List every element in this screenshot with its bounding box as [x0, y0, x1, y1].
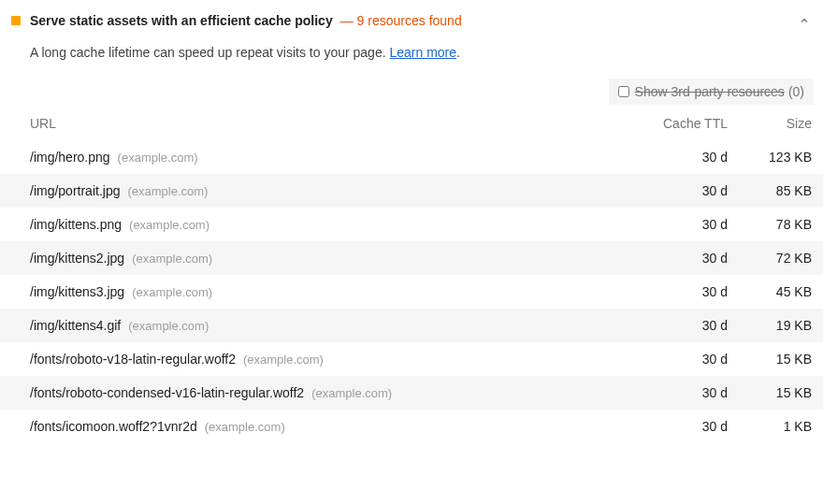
table-header: URL Cache TTL Size: [0, 107, 823, 140]
toggle-row: Show 3rd-party resources (0): [0, 75, 823, 107]
resource-size: 15 KB: [728, 385, 812, 400]
audit-title: Serve static assets with an efficient ca…: [30, 13, 333, 28]
resource-size: 19 KB: [728, 318, 812, 333]
resource-domain: (example.com): [118, 151, 198, 165]
table-body: /img/hero.png(example.com)30 d123 KB/img…: [0, 140, 823, 443]
resource-path: /img/kittens3.jpg: [30, 284, 124, 299]
table-row: /fonts/icomoon.woff2?1vnr2d(example.com)…: [0, 410, 823, 443]
third-party-toggle[interactable]: Show 3rd-party resources (0): [609, 79, 814, 105]
resource-url: /fonts/icomoon.woff2?1vnr2d(example.com): [30, 419, 625, 434]
resource-path: /img/portrait.jpg: [30, 183, 120, 198]
resource-url: /fonts/roboto-condensed-v16-latin-regula…: [30, 385, 625, 400]
resource-size: 78 KB: [728, 217, 812, 232]
resource-size: 123 KB: [728, 150, 812, 165]
resource-size: 1 KB: [728, 419, 812, 434]
resource-domain: (example.com): [205, 420, 285, 434]
table-row: /img/kittens.png(example.com)30 d78 KB: [0, 208, 823, 241]
audit-description: A long cache lifetime can speed up repea…: [0, 37, 823, 75]
resource-ttl: 30 d: [625, 385, 728, 400]
resource-path: /fonts/roboto-condensed-v16-latin-regula…: [30, 385, 304, 400]
table-row: /fonts/roboto-v18-latin-regular.woff2(ex…: [0, 342, 823, 376]
resource-url: /img/kittens.png(example.com): [30, 217, 625, 232]
resource-url: /img/kittens3.jpg(example.com): [30, 284, 625, 299]
description-suffix: .: [456, 45, 460, 60]
status-warning-icon: [11, 16, 21, 25]
column-ttl: Cache TTL: [625, 116, 728, 131]
resource-size: 45 KB: [728, 284, 812, 299]
resource-domain: (example.com): [243, 353, 324, 367]
resource-url: /img/hero.png(example.com): [30, 150, 625, 165]
resource-url: /img/portrait.jpg(example.com): [30, 183, 625, 198]
resources-table: URL Cache TTL Size /img/hero.png(example…: [0, 107, 823, 453]
resource-domain: (example.com): [128, 319, 209, 333]
resource-ttl: 30 d: [625, 251, 728, 266]
resource-path: /img/kittens4.gif: [30, 318, 121, 333]
audit-panel: Serve static assets with an efficient ca…: [0, 0, 823, 453]
resource-domain: (example.com): [127, 184, 208, 198]
resource-domain: (example.com): [132, 252, 212, 266]
resource-ttl: 30 d: [625, 284, 728, 299]
chevron-up-icon[interactable]: [797, 13, 812, 28]
resource-domain: (example.com): [132, 285, 212, 299]
resource-path: /img/hero.png: [30, 150, 110, 165]
resource-domain: (example.com): [311, 386, 392, 400]
third-party-label: Show 3rd-party resources: [635, 84, 785, 99]
resource-ttl: 30 d: [625, 183, 728, 198]
resource-path: /img/kittens2.jpg: [30, 251, 124, 266]
resource-ttl: 30 d: [625, 150, 728, 165]
resource-url: /img/kittens4.gif(example.com): [30, 318, 625, 333]
resource-url: /img/kittens2.jpg(example.com): [30, 251, 625, 266]
table-row: /img/kittens4.gif(example.com)30 d19 KB: [0, 309, 823, 342]
resource-path: /img/kittens.png: [30, 217, 122, 232]
table-row: /img/kittens2.jpg(example.com)30 d72 KB: [0, 241, 823, 275]
resource-domain: (example.com): [129, 218, 209, 232]
learn-more-link[interactable]: Learn more: [389, 45, 456, 60]
description-text: A long cache lifetime can speed up repea…: [30, 45, 389, 60]
resource-ttl: 30 d: [625, 217, 728, 232]
resource-path: /fonts/roboto-v18-latin-regular.woff2: [30, 352, 236, 367]
resource-url: /fonts/roboto-v18-latin-regular.woff2(ex…: [30, 352, 625, 367]
resource-path: /fonts/icomoon.woff2?1vnr2d: [30, 419, 197, 434]
third-party-count: (0): [788, 84, 804, 99]
resource-ttl: 30 d: [625, 318, 728, 333]
table-row: /img/kittens3.jpg(example.com)30 d45 KB: [0, 275, 823, 309]
resources-found: — 9 resources found: [340, 13, 462, 28]
resource-ttl: 30 d: [625, 352, 728, 367]
table-row: /fonts/roboto-condensed-v16-latin-regula…: [0, 376, 823, 410]
audit-header[interactable]: Serve static assets with an efficient ca…: [0, 0, 823, 37]
resource-size: 72 KB: [728, 251, 812, 266]
resource-size: 85 KB: [728, 183, 812, 198]
column-size: Size: [728, 116, 812, 131]
resource-size: 15 KB: [728, 352, 812, 367]
third-party-checkbox[interactable]: [618, 86, 629, 97]
column-url: URL: [30, 116, 625, 131]
resource-ttl: 30 d: [625, 419, 728, 434]
table-row: /img/portrait.jpg(example.com)30 d85 KB: [0, 174, 823, 208]
table-row: /img/hero.png(example.com)30 d123 KB: [0, 140, 823, 174]
